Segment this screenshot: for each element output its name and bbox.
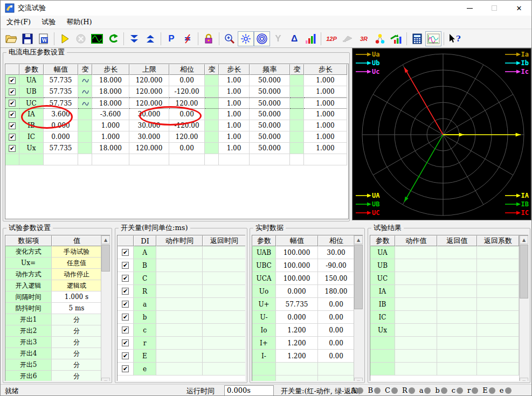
cell-step-phase[interactable]: 1.00 <box>219 86 250 98</box>
maximize-button[interactable] <box>482 1 507 16</box>
cell-amplitude[interactable]: 0.000 <box>44 120 78 131</box>
tp-item-value[interactable]: 分 <box>52 348 102 359</box>
sw-enable[interactable]: ✔ <box>118 363 134 376</box>
cell-vary-freq[interactable] <box>290 143 304 154</box>
sw-return-time[interactable] <box>203 324 245 337</box>
export-word-button[interactable]: W <box>36 31 52 46</box>
row-checkbox[interactable]: ✔ <box>122 275 129 282</box>
cell-enable[interactable]: ✔ <box>5 143 19 154</box>
sw-return-time[interactable] <box>203 337 245 350</box>
row-checkbox[interactable]: ✔ <box>122 301 129 308</box>
cell-step-phase[interactable]: 1.00 <box>219 143 250 154</box>
cell-step-freq[interactable]: 1.000 <box>304 75 347 86</box>
cell-amplitude[interactable]: 0.000 <box>44 131 78 143</box>
phase-flag-button[interactable]: P <box>163 31 179 46</box>
cell-step-amp[interactable]: 1.000 <box>92 131 129 143</box>
fault-button[interactable] <box>179 31 196 46</box>
sw-return-time[interactable] <box>203 350 245 363</box>
scroll-down-arrow[interactable]: ▼ <box>520 378 528 381</box>
cell-limit[interactable]: 120.000 <box>129 86 169 98</box>
cell-step-amp[interactable]: 18.000 <box>92 98 129 109</box>
tp-item-value[interactable]: 分 <box>52 337 102 348</box>
cell-step-freq[interactable]: 1.000 <box>304 143 347 154</box>
trend-button[interactable] <box>388 31 404 46</box>
vector-group-button[interactable] <box>372 31 388 46</box>
cell-vary-amp[interactable] <box>78 75 92 86</box>
harmonics-button[interactable] <box>302 31 319 46</box>
vertical-scrollbar[interactable]: ▲▼ <box>101 235 110 381</box>
sw-enable[interactable]: ✔ <box>118 285 134 298</box>
row-checkbox[interactable]: ✔ <box>122 339 129 346</box>
help-button[interactable]: ? <box>446 31 462 46</box>
cell-step-phase[interactable]: 1.00 <box>219 98 250 109</box>
sw-enable[interactable]: ✔ <box>118 272 134 285</box>
row-checkbox[interactable]: ✔ <box>122 352 129 359</box>
sw-enable[interactable]: ✔ <box>118 337 134 350</box>
cell-vary-freq[interactable] <box>290 75 304 86</box>
sw-return-time[interactable] <box>203 298 245 311</box>
sw-action-time[interactable] <box>156 272 203 285</box>
lock-button[interactable] <box>201 31 217 46</box>
cell-step-freq[interactable]: 1.000 <box>304 109 347 120</box>
cell-frequency[interactable]: 50.000 <box>250 131 290 143</box>
minimize-button[interactable] <box>457 1 482 16</box>
sw-enable[interactable]: ✔ <box>118 246 134 259</box>
cell-step-freq[interactable]: 1.000 <box>304 86 347 98</box>
sw-action-time[interactable] <box>156 298 203 311</box>
cell-phase[interactable]: 0.00 <box>169 109 205 120</box>
sw-action-time[interactable] <box>156 337 203 350</box>
cell-vary-amp[interactable] <box>78 98 92 109</box>
sw-return-time[interactable] <box>203 259 245 272</box>
cell-vary-freq[interactable] <box>290 86 304 98</box>
sw-return-time[interactable] <box>203 311 245 324</box>
zoom-button[interactable] <box>222 31 238 46</box>
open-file-button[interactable] <box>3 31 19 46</box>
step-down-button[interactable] <box>126 31 142 46</box>
tp-item-value[interactable]: 分 <box>52 359 102 371</box>
cell-vary-freq[interactable] <box>290 109 304 120</box>
cell-vary-amp[interactable] <box>78 131 92 143</box>
uv-waveform-button[interactable] <box>425 31 441 46</box>
scroll-down-arrow[interactable]: ▼ <box>101 378 110 381</box>
cell-step-amp[interactable]: 18.000 <box>92 86 129 98</box>
cell-vary-amp[interactable] <box>78 86 92 98</box>
scroll-thumb[interactable] <box>520 245 528 298</box>
sw-return-time[interactable] <box>203 363 245 376</box>
twelve-phase-button[interactable]: 12P <box>323 31 340 46</box>
row-checkbox[interactable]: ✔ <box>122 249 129 256</box>
sw-return-time[interactable] <box>203 285 245 298</box>
row-checkbox[interactable]: ✔ <box>9 145 16 152</box>
cell-phase[interactable]: 120.00 <box>169 131 205 143</box>
sw-action-time[interactable] <box>156 311 203 324</box>
row-checkbox[interactable]: ✔ <box>122 314 129 321</box>
cell-amplitude[interactable]: 57.735 <box>44 98 78 109</box>
calculator-button[interactable] <box>409 31 425 46</box>
sw-action-time[interactable] <box>156 285 203 298</box>
sw-enable[interactable]: ✔ <box>118 259 134 272</box>
manual-output-button[interactable] <box>238 31 254 46</box>
cell-step-freq[interactable]: 1.000 <box>304 131 347 143</box>
cell-enable[interactable]: ✔ <box>5 120 19 131</box>
row-checkbox[interactable]: ✔ <box>9 88 16 95</box>
delta-mode-button[interactable]: Δ <box>286 31 302 46</box>
waveform-view-button[interactable] <box>89 31 105 46</box>
tp-item-value[interactable]: 分 <box>52 371 102 381</box>
row-checkbox[interactable]: ✔ <box>122 262 129 269</box>
tp-item-value[interactable]: 分 <box>52 325 102 337</box>
cell-vary-phase[interactable] <box>205 75 219 86</box>
cell-vary-amp[interactable] <box>78 143 92 154</box>
sw-action-time[interactable] <box>156 324 203 337</box>
scroll-up-arrow[interactable]: ▲ <box>354 235 363 244</box>
scroll-thumb[interactable] <box>101 245 110 272</box>
cell-enable[interactable]: ✔ <box>5 98 19 109</box>
cell-step-freq[interactable]: 1.000 <box>304 98 347 109</box>
cell-limit[interactable]: 30.000 <box>129 120 169 131</box>
cell-step-amp[interactable]: 1.000 <box>92 120 129 131</box>
row-checkbox[interactable]: ✔ <box>9 77 16 84</box>
sw-return-time[interactable] <box>203 272 245 285</box>
tp-item-value[interactable]: 手动试验 <box>52 246 102 258</box>
cell-frequency[interactable]: 50.000 <box>250 98 290 109</box>
cell-limit[interactable]: 30.000 <box>129 131 169 143</box>
tp-item-value[interactable]: 5 ms <box>52 303 102 314</box>
tp-item-value[interactable]: 动作停止 <box>52 269 102 280</box>
